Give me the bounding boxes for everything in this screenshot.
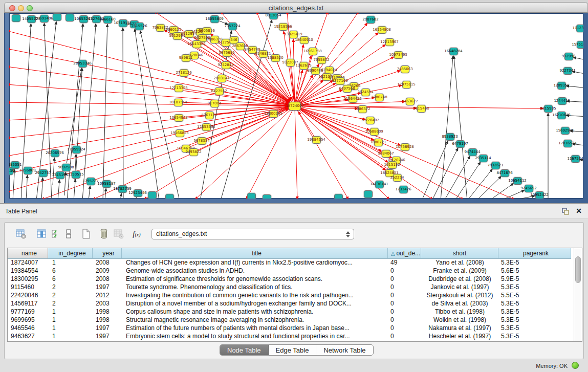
scrollbar-thumb[interactable] [575, 256, 581, 283]
network-node[interactable] [247, 193, 256, 199]
network-node[interactable] [185, 30, 193, 38]
network-node[interactable] [349, 95, 357, 103]
network-node[interactable] [148, 191, 157, 199]
network-node[interactable] [217, 75, 226, 82]
network-node[interactable] [366, 117, 375, 124]
table-cell[interactable]: 14569117 [8, 300, 48, 308]
table-cell[interactable]: 5.3E-5 [498, 308, 571, 316]
network-node[interactable] [449, 48, 458, 55]
show-columns-icon[interactable] [35, 228, 48, 240]
network-node[interactable] [182, 145, 190, 152]
network-node[interactable] [66, 14, 74, 21]
column-header-out_de[interactable]: △ out_de... [388, 248, 421, 259]
network-node[interactable] [182, 54, 190, 62]
table-cell[interactable]: 2 [48, 292, 93, 300]
table-cell[interactable]: 1 [48, 259, 93, 267]
network-node[interactable] [358, 105, 367, 113]
network-node[interactable] [78, 60, 87, 68]
column-header-year[interactable]: year [93, 248, 122, 259]
network-node[interactable] [563, 140, 572, 147]
table-cell[interactable]: Changes of HCN gene expression and I(f) … [122, 259, 388, 267]
network-node[interactable] [312, 136, 321, 144]
table-row[interactable]: 1456911722003Disruption of a novel membe… [8, 300, 574, 308]
table-cell[interactable]: 2008 [93, 259, 122, 267]
network-node[interactable] [134, 189, 142, 197]
network-node[interactable] [402, 81, 411, 89]
network-node[interactable] [228, 23, 237, 30]
table-cell[interactable]: 5.5E-5 [498, 292, 571, 300]
table-cell[interactable]: Stergiakouli et al. (2012) [421, 292, 498, 300]
network-node[interactable] [236, 42, 245, 50]
table-cell[interactable]: 1 [48, 333, 93, 341]
table-cell[interactable]: 22420046 [8, 292, 48, 300]
table-row[interactable]: 946362711997Embryonic stem cells: a mode… [8, 333, 574, 341]
tab-edge-table[interactable]: Edge Table [269, 345, 317, 356]
network-node[interactable] [557, 82, 566, 90]
network-node[interactable] [279, 23, 288, 31]
network-node[interactable] [119, 19, 127, 27]
network-node[interactable] [175, 114, 183, 122]
table-row[interactable]: 1830029562008Estimation of significance … [8, 275, 574, 283]
table-cell[interactable]: 6 [48, 267, 93, 275]
network-node[interactable] [173, 32, 182, 40]
network-node[interactable] [205, 112, 214, 119]
table-row[interactable]: 911546021997Tourette syndrome. Phenomeno… [8, 283, 574, 292]
network-node[interactable] [300, 36, 309, 44]
table-row[interactable]: 2242004622012Investigating the contribut… [8, 292, 574, 300]
table-cell[interactable]: 9699695 [8, 316, 48, 324]
table-cell[interactable]: Tourette syndrome. Phenomenology and cla… [122, 283, 388, 292]
delete-columns-icon[interactable] [98, 228, 110, 240]
table-row[interactable]: 1938455462009Genome-wide association stu… [8, 267, 574, 275]
network-node[interactable] [56, 171, 64, 179]
network-node[interactable] [374, 139, 383, 146]
table-cell[interactable]: 49 [388, 259, 421, 267]
network-node[interactable] [564, 53, 573, 60]
table-cell[interactable]: 1998 [93, 308, 122, 316]
network-node[interactable] [394, 51, 403, 59]
table-cell[interactable]: 2009 [93, 267, 122, 275]
network-node[interactable] [12, 14, 20, 22]
clear-selection-icon[interactable] [62, 228, 75, 240]
network-node[interactable] [399, 186, 408, 193]
network-node[interactable] [417, 105, 426, 113]
network-node[interactable] [86, 178, 95, 185]
network-node[interactable] [322, 73, 331, 81]
table-options-icon[interactable] [15, 228, 27, 240]
table-cell[interactable]: 2 [48, 283, 93, 292]
network-node[interactable] [317, 56, 326, 64]
network-node[interactable] [558, 97, 567, 105]
network-node[interactable] [577, 41, 584, 49]
network-node[interactable] [561, 127, 570, 135]
network-node[interactable] [385, 38, 394, 46]
network-node[interactable] [289, 31, 298, 38]
network-node[interactable] [557, 112, 566, 119]
network-node[interactable] [176, 129, 184, 137]
network-node[interactable] [309, 48, 317, 55]
table-cell[interactable]: 1997 [93, 283, 122, 292]
table-cell[interactable]: 9115460 [8, 283, 48, 292]
close-panel-icon[interactable]: ✕ [576, 207, 582, 215]
network-hub-node[interactable] [289, 102, 301, 111]
network-node[interactable] [513, 177, 522, 185]
memory-ok-icon[interactable] [572, 362, 579, 369]
network-node[interactable] [103, 16, 112, 24]
network-node[interactable] [269, 110, 278, 118]
table-cell[interactable]: 19384554 [8, 267, 48, 275]
table-cell[interactable]: Franke et al. (2009) [421, 267, 498, 275]
network-node[interactable] [263, 194, 271, 199]
table-row[interactable]: 1872400712008Changes of HCN gene express… [8, 259, 574, 267]
network-node[interactable] [375, 94, 384, 101]
network-node[interactable] [401, 143, 409, 151]
network-node[interactable] [500, 169, 509, 177]
network-node[interactable] [334, 194, 343, 199]
network-node[interactable] [576, 25, 584, 32]
tab-node-table[interactable]: Node Table [220, 345, 269, 356]
table-cell[interactable]: Jankovic et al. (1997) [421, 283, 498, 292]
select-rows-icon[interactable] [50, 228, 62, 240]
network-node[interactable] [72, 146, 81, 154]
network-node[interactable] [198, 137, 206, 145]
network-node[interactable] [271, 54, 280, 62]
table-cell[interactable]: Investigating the contribution of common… [122, 292, 388, 300]
network-node[interactable] [343, 85, 352, 93]
network-node[interactable] [544, 105, 553, 113]
